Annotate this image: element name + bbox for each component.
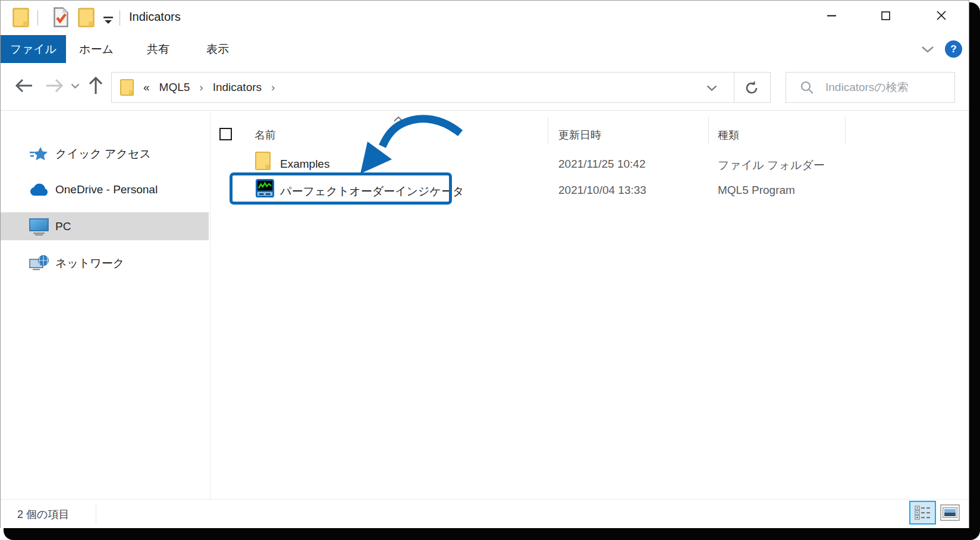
sidebar-divider <box>210 111 211 499</box>
close-button[interactable] <box>924 1 959 30</box>
tab-view-label: 表示 <box>206 42 229 57</box>
tab-share-label: 共有 <box>147 42 169 57</box>
breadcrumb-root-guillemet[interactable]: « <box>143 81 150 94</box>
sidebar-item-onedrive[interactable]: OneDrive - Personal <box>1 175 209 203</box>
items-count-label: 2 個の項目 <box>17 507 69 522</box>
sidebar-item-label: OneDrive - Personal <box>55 183 158 196</box>
qat-customize-dropdown-icon[interactable] <box>103 17 114 24</box>
tab-share[interactable]: 共有 <box>130 35 187 63</box>
tab-file[interactable]: ファイル <box>1 35 66 63</box>
search-icon <box>800 81 813 94</box>
tab-home[interactable]: ホーム <box>67 35 125 63</box>
sidebar-item-quick-access[interactable]: クイック アクセス <box>1 140 209 168</box>
annotation-highlight-box <box>230 172 452 205</box>
new-folder-qat-icon[interactable] <box>78 8 95 27</box>
minimize-button[interactable] <box>813 1 849 30</box>
search-box[interactable] <box>786 72 955 103</box>
sidebar-item-pc[interactable]: PC <box>1 212 209 240</box>
properties-qat-icon[interactable] <box>53 7 69 28</box>
breadcrumb-item-indicators[interactable]: Indicators <box>213 81 262 94</box>
statusbar-divider <box>96 504 96 523</box>
sidebar-item-label: ネットワーク <box>55 256 124 271</box>
column-header-type[interactable]: 種類 <box>718 128 739 142</box>
explorer-window: Indicators ファイル ホーム 共有 表示 ? <box>0 0 969 528</box>
forward-button-icon[interactable] <box>46 79 64 93</box>
address-refresh-divider <box>734 73 734 102</box>
recent-locations-chevron-icon[interactable] <box>71 83 80 89</box>
search-input[interactable] <box>824 80 940 95</box>
file-name[interactable]: Examples <box>280 158 329 171</box>
address-folder-icon <box>120 79 134 96</box>
sort-ascending-chevron-icon[interactable] <box>393 116 404 122</box>
breadcrumb-item-mql5[interactable]: MQL5 <box>159 81 190 94</box>
titlebar-divider <box>120 10 120 26</box>
window-folder-icon <box>12 8 29 27</box>
ribbon-collapse-chevron-icon[interactable] <box>921 46 934 54</box>
details-view-button[interactable] <box>909 501 936 525</box>
file-modified: 2021/10/04 13:33 <box>558 184 646 197</box>
back-button-icon[interactable] <box>15 79 33 93</box>
window-title: Indicators <box>129 10 181 24</box>
tab-view[interactable]: 表示 <box>189 35 246 63</box>
titlebar-divider <box>37 10 38 26</box>
column-divider[interactable] <box>548 117 548 145</box>
breadcrumb-separator[interactable]: › <box>271 81 275 94</box>
address-dropdown-chevron-icon[interactable] <box>706 85 717 92</box>
pc-monitor-icon <box>29 218 49 236</box>
file-modified: 2021/11/25 10:42 <box>558 158 646 171</box>
maximize-button[interactable] <box>868 1 903 30</box>
title-bar: Indicators <box>1 1 969 35</box>
column-header-modified[interactable]: 更新日時 <box>558 128 601 142</box>
onedrive-cloud-icon <box>29 181 49 199</box>
navbar-separator <box>1 110 969 111</box>
breadcrumb-separator[interactable]: › <box>199 81 203 94</box>
help-glyph: ? <box>950 43 956 55</box>
thumbnail-view-button[interactable] <box>940 504 960 521</box>
up-button-icon[interactable] <box>89 77 103 95</box>
column-header-name[interactable]: 名前 <box>255 128 276 142</box>
column-divider[interactable] <box>708 117 709 145</box>
sidebar-item-label: PC <box>55 220 71 233</box>
file-type: MQL5 Program <box>718 184 795 197</box>
folder-icon <box>255 152 271 170</box>
explorer-screenshot: Indicators ファイル ホーム 共有 表示 ? <box>0 0 980 540</box>
sidebar-item-network[interactable]: ネットワーク <box>1 249 209 277</box>
select-all-checkbox[interactable] <box>219 128 232 140</box>
refresh-icon[interactable] <box>744 80 759 96</box>
file-type: ファイル フォルダー <box>718 158 825 173</box>
network-globe-icon <box>29 255 49 272</box>
status-bar: 2 個の項目 <box>1 499 969 528</box>
help-icon[interactable]: ? <box>945 40 962 58</box>
column-divider[interactable] <box>845 117 846 145</box>
quick-access-star-icon <box>29 145 49 163</box>
sidebar-item-label: クイック アクセス <box>55 146 151 162</box>
tab-file-label: ファイル <box>10 42 56 57</box>
address-bar[interactable]: « MQL5 › Indicators › <box>111 72 771 103</box>
tab-home-label: ホーム <box>79 42 114 57</box>
